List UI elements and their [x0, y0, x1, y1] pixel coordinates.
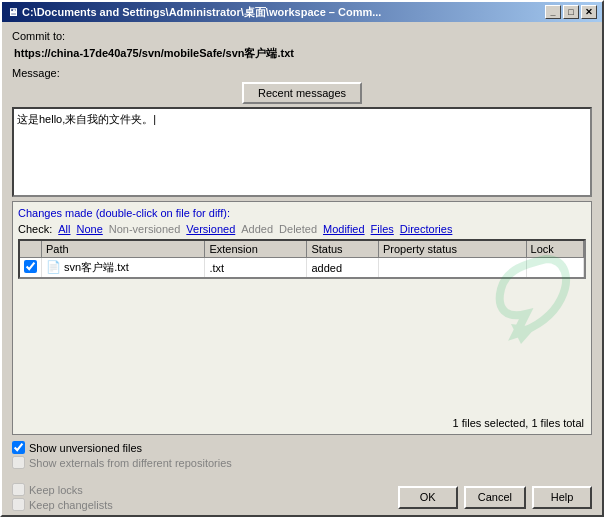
- col-path[interactable]: Path: [42, 241, 205, 258]
- message-text: 这是hello,来自我的文件夹。|: [17, 113, 156, 125]
- check-label: Check:: [18, 223, 52, 235]
- titlebar-text: C:\Documents and Settings\Administrator\…: [22, 5, 381, 20]
- row-lock: [526, 258, 583, 278]
- show-unversioned-checkbox[interactable]: [12, 441, 25, 454]
- show-externals-row: Show externals from different repositori…: [12, 456, 592, 469]
- bottom-left-checkboxes: Keep locks Keep changelists: [12, 483, 113, 511]
- table-header-row: Path Extension Status Property status Lo…: [20, 241, 584, 258]
- check-directories-link[interactable]: Directories: [400, 223, 453, 235]
- commit-url: https://china-17de40a75/svn/mobileSafe/s…: [12, 46, 592, 61]
- main-window: 🖥 C:\Documents and Settings\Administrato…: [0, 0, 604, 517]
- row-extension: .txt: [205, 258, 307, 278]
- col-extension[interactable]: Extension: [205, 241, 307, 258]
- file-table-wrapper: Path Extension Status Property status Lo…: [18, 239, 586, 413]
- row-checkbox[interactable]: [20, 258, 42, 278]
- row-property-status: [378, 258, 526, 278]
- check-modified-link[interactable]: Modified: [323, 223, 365, 235]
- check-none-link[interactable]: None: [76, 223, 102, 235]
- minimize-button[interactable]: _: [545, 5, 561, 19]
- keep-changelists-checkbox[interactable]: [12, 498, 25, 511]
- table-row[interactable]: 📄 svn客户端.txt .txt added: [20, 258, 584, 278]
- keep-locks-checkbox[interactable]: [12, 483, 25, 496]
- message-box[interactable]: 这是hello,来自我的文件夹。|: [12, 107, 592, 197]
- show-externals-checkbox[interactable]: [12, 456, 25, 469]
- help-button[interactable]: Help: [532, 486, 592, 509]
- keep-changelists-row: Keep changelists: [12, 498, 113, 511]
- show-unversioned-label: Show unversioned files: [29, 442, 142, 454]
- changes-section: Changes made (double-click on file for d…: [12, 201, 592, 435]
- check-all-link[interactable]: All: [58, 223, 70, 235]
- col-property-status[interactable]: Property status: [378, 241, 526, 258]
- col-check: [20, 241, 42, 258]
- cancel-button[interactable]: Cancel: [464, 486, 526, 509]
- svg-marker-0: [511, 324, 536, 344]
- close-button[interactable]: ✕: [581, 5, 597, 19]
- check-files-link[interactable]: Files: [371, 223, 394, 235]
- titlebar-buttons: _ □ ✕: [545, 5, 597, 19]
- bottom-buttons: OK Cancel Help: [398, 486, 592, 509]
- message-area: Message: Recent messages 这是hello,来自我的文件夹…: [12, 65, 592, 197]
- titlebar-title: 🖥 C:\Documents and Settings\Administrato…: [7, 5, 381, 20]
- check-versioned-link[interactable]: Versioned: [186, 223, 235, 235]
- bottom-bar: Keep locks Keep changelists OK Cancel He…: [2, 479, 602, 515]
- recent-messages-button[interactable]: Recent messages: [242, 82, 362, 104]
- status-line: 1 files selected, 1 files total: [18, 417, 586, 429]
- main-content: Commit to: https://china-17de40a75/svn/m…: [2, 22, 602, 479]
- file-table: Path Extension Status Property status Lo…: [20, 241, 584, 277]
- maximize-button[interactable]: □: [563, 5, 579, 19]
- row-status: added: [307, 258, 379, 278]
- ok-button[interactable]: OK: [398, 486, 458, 509]
- check-row: Check: All None Non-versioned Versioned …: [18, 223, 586, 235]
- keep-changelists-label: Keep changelists: [29, 499, 113, 511]
- keep-locks-label: Keep locks: [29, 484, 83, 496]
- file-table-container[interactable]: Path Extension Status Property status Lo…: [18, 239, 586, 279]
- file-checkbox[interactable]: [24, 260, 37, 273]
- check-added-link[interactable]: Added: [241, 223, 273, 235]
- message-label: Message:: [12, 67, 592, 79]
- titlebar-icon: 🖥: [7, 6, 18, 18]
- check-deleted-link[interactable]: Deleted: [279, 223, 317, 235]
- keep-locks-row: Keep locks: [12, 483, 113, 496]
- commit-to-label: Commit to:: [12, 30, 592, 42]
- row-path: 📄 svn客户端.txt: [42, 258, 205, 278]
- show-externals-label: Show externals from different repositori…: [29, 457, 232, 469]
- check-nonversioned-link[interactable]: Non-versioned: [109, 223, 181, 235]
- col-lock[interactable]: Lock: [526, 241, 583, 258]
- show-unversioned-row: Show unversioned files: [12, 441, 592, 454]
- file-icon: 📄: [46, 260, 61, 274]
- bottom-checkboxes: Show unversioned files Show externals fr…: [12, 439, 592, 471]
- changes-title: Changes made (double-click on file for d…: [18, 207, 586, 219]
- col-status[interactable]: Status: [307, 241, 379, 258]
- titlebar: 🖥 C:\Documents and Settings\Administrato…: [2, 2, 602, 22]
